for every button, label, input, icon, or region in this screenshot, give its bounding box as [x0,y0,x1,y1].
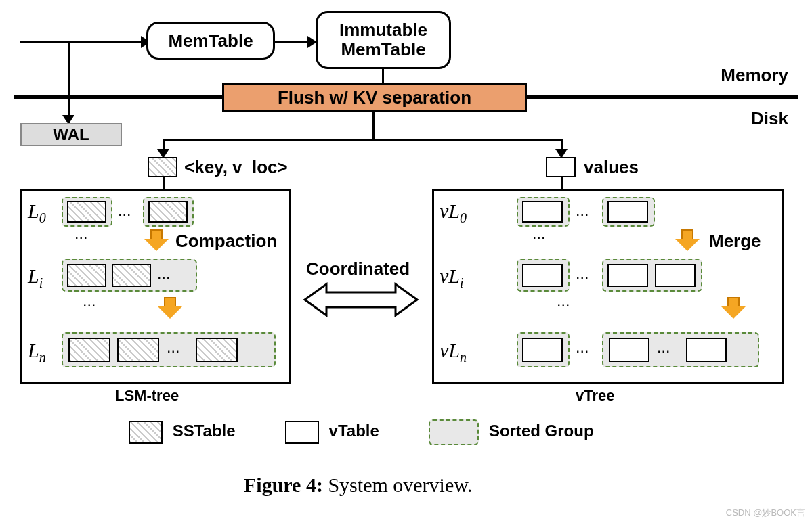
ln-sst1 [68,338,110,362]
li-label: Li [28,265,43,291]
memtable-label: MemTable [168,31,253,51]
legend-sgroup: Sorted Group [489,422,594,440]
vli-vln-vdots: ... [557,297,570,309]
line-imm-flush [382,69,384,84]
vln-vt2 [609,338,649,362]
disk-label: Disk [751,108,788,129]
l0-dots: ... [119,206,131,219]
legend: SSTable vTable Sorted Group [129,419,594,445]
ln-sst2 [117,338,159,362]
vl0-vt1 [522,201,563,223]
line-mem-imm [275,41,309,43]
vtree-label: vTree [576,387,615,405]
divider-left [14,95,223,99]
values-vtab-icon [546,157,576,177]
legend-sgroup-icon [429,419,479,445]
vln-vt3 [686,338,727,362]
caption-text: System overview. [323,474,473,496]
figure-caption: Figure 4: System overview. [244,474,472,497]
memtable-box: MemTable [146,22,275,60]
legend-vtable-icon [285,421,319,444]
l0-sst2 [148,201,188,223]
immutable-label: Immutable MemTable [339,20,427,59]
l0-label: L0 [28,200,46,226]
line-flush-split [163,139,562,141]
ln-sst3 [196,338,238,362]
vli-dots: ... [576,269,589,281]
merge-label: Merge [709,231,761,252]
coordinated-label: Coordinated [306,258,410,279]
compaction-label: Compaction [175,231,277,252]
legend-sstable-icon [129,421,163,444]
flush-box: Flush w/ KV separation [222,83,527,112]
immutable-box: Immutable MemTable [316,11,451,69]
vln-label: vLn [440,339,467,365]
vli-vt2 [607,264,648,287]
ln-dots: ... [167,343,180,355]
li-sst1 [67,264,106,287]
watermark: CSDN @妙BOOK言 [726,507,805,519]
wal-label: WAL [53,125,89,144]
vli-vt3 [655,264,696,287]
vln-vt1 [522,338,563,362]
compaction-arrow1 [144,229,169,251]
legend-sstable: SSTable [173,422,236,440]
line-flush-down [372,112,375,139]
vln-dots2: ... [658,343,670,355]
merge-arrow2 [721,297,746,319]
vli-label: vLi [440,265,464,291]
lsm-tree-label: LSM-tree [115,387,179,405]
lsm-tree-box: L0 ... ... Compaction Li ... ... Ln ... [20,189,291,384]
l0-sst1 [67,201,106,223]
values-label: values [584,157,639,178]
vln-dots1: ... [576,343,589,355]
vl0-dots: ... [576,206,589,219]
key-sst-icon [148,157,177,177]
diagram-canvas: MemTable Immutable MemTable Memory Disk … [0,0,812,523]
key-vloc-label: <key, v_loc> [184,157,288,178]
wal-box: WAL [20,123,122,146]
caption-fig: Figure 4: [244,474,323,496]
legend-vtable: vTable [329,422,379,440]
merge-arrow1 [675,229,700,251]
flush-label: Flush w/ KV separation [278,87,471,108]
l0-li-vdots: ... [75,229,88,242]
coordinated-arrow [303,281,419,318]
vl0-vli-vdots: ... [533,229,546,242]
divider-right [525,95,798,99]
vl0-vt2 [607,201,648,223]
li-dots: ... [158,269,171,281]
li-ln-vdots: ... [83,297,96,309]
vl0-label: vL0 [440,200,467,226]
compaction-arrow2 [158,297,182,319]
vli-vt1 [522,264,563,287]
li-sst2 [112,264,151,287]
svg-marker-0 [305,284,417,315]
ln-label: Ln [28,339,46,365]
vtree-box: vL0 ... ... Merge vLi ... ... vLn ... ..… [432,189,784,384]
line-in-memtable [20,41,142,43]
memory-label: Memory [721,65,788,86]
